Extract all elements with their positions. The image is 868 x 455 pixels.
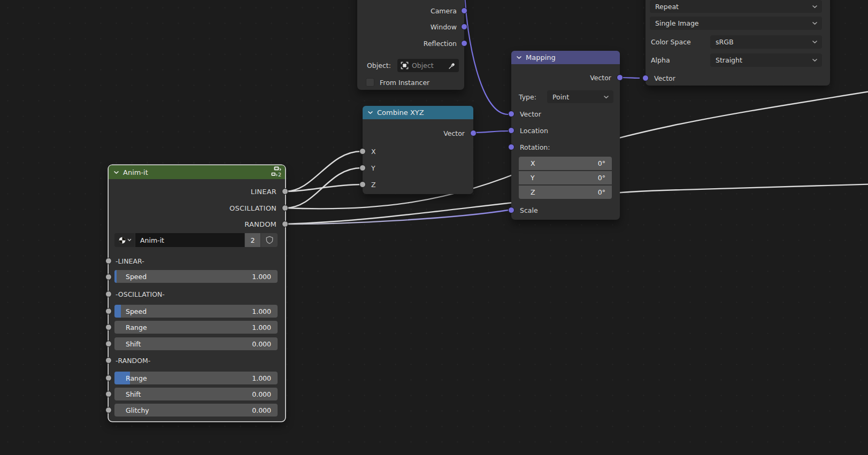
alpha-value: Straight [716,56,742,64]
mapping-scale-input-socket[interactable] [508,207,514,213]
chevron-down-icon [127,238,132,242]
node-title: Mapping [526,53,556,61]
output-row-camera: Camera [357,5,457,17]
collapse-chevron-icon[interactable] [367,111,373,114]
random-output-socket[interactable] [282,221,288,227]
random-section-input-socket[interactable] [105,357,112,364]
source-value: Single Image [655,19,699,27]
oscillation-output-socket[interactable] [282,205,288,211]
vector-output-row: Vector [511,72,611,83]
scale-input-label: Scale [520,204,538,216]
rotation-x-slider[interactable]: X 0° [519,157,612,170]
random-output-row: RANDOM [109,218,276,230]
mapping-rotation-input-socket[interactable] [508,144,514,150]
slider-fill [114,270,117,283]
oscillation-range-input-socket[interactable] [105,324,112,330]
node-editor-canvas[interactable]: Camera Window Reflection Object: Object [0,0,868,455]
from-instancer-checkbox[interactable] [366,78,374,87]
alpha-dropdown[interactable]: Straight [710,53,822,67]
random-shift-input-socket[interactable] [105,391,112,397]
object-field[interactable]: Object [397,59,459,72]
rotation-z-slider[interactable]: Z 0° [519,186,612,199]
node-texture-coordinate[interactable]: Camera Window Reflection Object: Object [357,0,464,90]
oscillation-shift-slider[interactable]: Shift 0.000 [114,337,278,350]
linear-section-input-socket[interactable] [105,258,112,264]
color-space-label: Color Space [651,36,691,48]
linear-output-socket[interactable] [282,188,288,195]
node-image-texture[interactable]: Repeat Single Image Color Space sRGB Alp… [646,0,830,86]
x-input-label: X [371,145,376,157]
combine-vector-output-socket[interactable] [470,130,477,136]
image-vector-input-socket[interactable] [642,75,649,81]
section-label-random: -RANDOM- [116,354,150,366]
group-name-field[interactable]: Anim-it [135,233,244,247]
chevron-down-icon [603,95,609,99]
chevron-down-icon [812,21,818,25]
instances-count: 2 [278,172,281,178]
combine-z-input-socket[interactable] [359,181,366,188]
glitchy-slider[interactable]: Glitchy 0.000 [114,404,278,417]
section-label-oscillation: -OSCILLATION- [116,288,165,300]
oscillation-range-slider[interactable]: Range 1.000 [114,321,278,334]
oscillation-output-row: OSCILLATION [109,202,276,214]
camera-output-socket[interactable] [461,7,467,14]
source-dropdown[interactable]: Single Image [650,17,822,30]
browse-node-group-button[interactable] [114,233,135,247]
camera-output-label: Camera [431,7,457,15]
object-icon [401,61,409,70]
oscillation-speed-input-socket[interactable] [105,308,112,314]
node-group-selector: Anim-it 2 [114,233,278,247]
y-input-label: Y [371,162,375,174]
group-instances-badge: 2 [271,166,281,178]
rotation-y-slider[interactable]: Y 0° [519,171,612,184]
group-users-count-button[interactable]: 2 [245,233,260,247]
mapping-vector-output-socket[interactable] [617,74,623,81]
alpha-label: Alpha [651,54,670,66]
combine-x-input-socket[interactable] [359,148,366,155]
linear-speed-input-socket[interactable] [105,274,112,280]
random-range-input-socket[interactable] [105,375,112,381]
chevron-down-icon [812,5,818,9]
extension-value: Repeat [655,3,679,11]
collapse-chevron-icon[interactable] [516,56,522,59]
random-range-slider[interactable]: Range 1.000 [114,372,278,384]
type-label: Type: [519,91,536,103]
vector-input-label: Vector [654,72,675,84]
type-dropdown[interactable]: Point [547,90,613,103]
object-field-placeholder: Object [412,61,434,70]
output-row-reflection: Reflection [357,37,457,49]
color-space-value: sRGB [716,38,733,46]
glitchy-input-socket[interactable] [105,407,112,413]
oscillation-speed-slider[interactable]: Speed 1.000 [114,305,278,318]
link-combine-vector-to-mapping-location [472,131,508,133]
oscillation-section-input-socket[interactable] [105,291,112,297]
type-value: Point [552,93,569,101]
anim-it-header[interactable]: Anim-it 2 [109,165,285,179]
location-input-label: Location [520,125,548,136]
node-mapping[interactable]: Mapping Vector Type: Point Vector Locati… [511,51,620,220]
combine-xyz-header[interactable]: Combine XYZ [363,106,473,119]
eyedropper-icon[interactable] [448,62,456,70]
node-title: Anim-it [123,168,148,176]
mapping-header[interactable]: Mapping [511,51,620,64]
reflection-output-socket[interactable] [461,40,467,47]
combine-y-input-socket[interactable] [359,165,366,171]
node-anim-it-group[interactable]: Anim-it 2 [109,165,285,421]
linear-speed-slider[interactable]: Speed 1.000 [114,270,278,283]
extension-dropdown[interactable]: Repeat [650,0,822,13]
color-space-dropdown[interactable]: sRGB [710,35,822,49]
random-shift-slider[interactable]: Shift 0.000 [114,388,278,400]
z-input-label: Z [371,179,376,190]
chevron-down-icon [812,58,818,62]
reflection-output-label: Reflection [424,40,457,48]
node-combine-xyz[interactable]: Combine XYZ Vector X Y Z [363,106,473,194]
section-label-linear: -LINEAR- [116,255,144,267]
oscillation-shift-input-socket[interactable] [105,341,112,347]
mapping-location-input-socket[interactable] [508,127,514,134]
collapse-chevron-icon[interactable] [113,171,119,174]
window-output-socket[interactable] [461,24,467,30]
mapping-vector-input-socket[interactable] [508,111,514,117]
vector-input-label: Vector [520,108,541,120]
link-texcoord-to-mapping-vector [465,0,508,114]
fake-user-shield-button[interactable] [261,233,278,247]
